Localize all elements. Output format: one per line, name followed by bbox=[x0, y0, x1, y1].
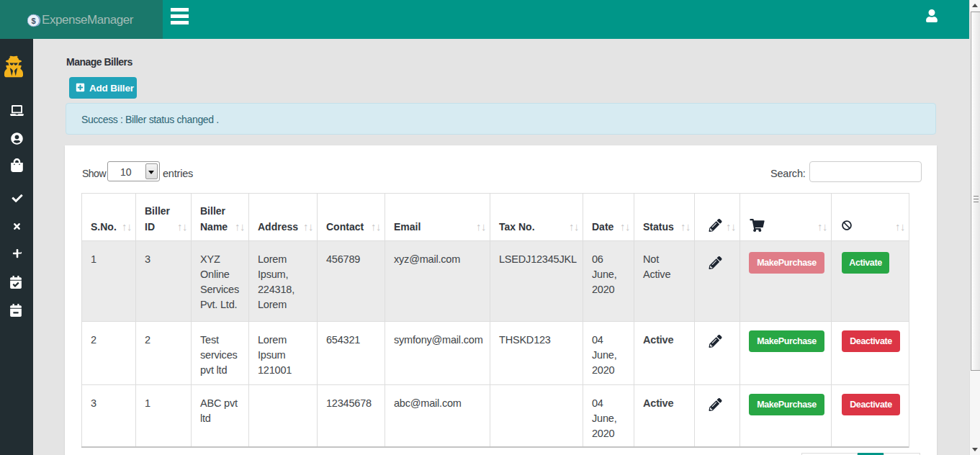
svg-text:$: $ bbox=[31, 17, 35, 25]
